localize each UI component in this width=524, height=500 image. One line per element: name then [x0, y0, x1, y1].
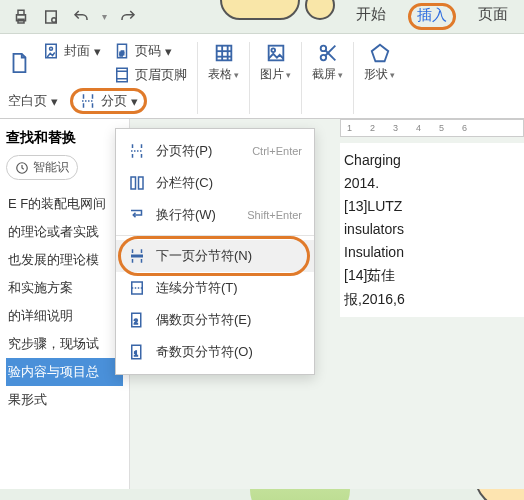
list-item[interactable]: 也发展的理论模: [6, 246, 123, 274]
cover-label: 封面: [64, 42, 90, 60]
scissors-icon: [317, 42, 339, 64]
svg-point-6: [50, 47, 53, 50]
svg-text:#: #: [120, 49, 125, 58]
menu-label: 换行符(W): [156, 206, 216, 224]
page-number-icon: #: [113, 42, 131, 60]
menu-line-break[interactable]: 换行符(W) Shift+Enter: [116, 199, 314, 231]
list-item[interactable]: 和实施方案: [6, 274, 123, 302]
svg-rect-13: [216, 46, 231, 61]
shortcut: Shift+Enter: [247, 209, 302, 221]
blank-page-label-button[interactable]: 空白页▾: [8, 92, 58, 110]
chevron-down-icon[interactable]: ▾: [102, 11, 107, 22]
list-item[interactable]: 果形式: [6, 386, 123, 414]
table-button[interactable]: 表格▾: [208, 42, 239, 83]
svg-point-4: [52, 17, 57, 22]
svg-rect-28: [139, 177, 144, 189]
svg-rect-3: [46, 11, 57, 23]
preview-icon[interactable]: [42, 8, 60, 26]
header-footer-icon: [113, 66, 131, 84]
list-item[interactable]: E F的装配电网间: [6, 190, 123, 218]
next-page-section-icon: [128, 247, 146, 265]
table-label: 表格: [208, 67, 232, 81]
cover-icon: [42, 42, 60, 60]
even-page-icon: 2: [128, 311, 146, 329]
shortcut: Ctrl+Enter: [252, 145, 302, 157]
tab-start[interactable]: 开始: [352, 3, 390, 30]
text-line: 报,2016,6: [344, 288, 520, 311]
svg-point-19: [271, 48, 275, 52]
print-icon[interactable]: [12, 8, 30, 26]
line-break-icon: [128, 206, 146, 224]
redo-icon[interactable]: [119, 8, 137, 26]
list-item[interactable]: 验内容与项目总: [6, 358, 123, 386]
menu-continuous-section[interactable]: 连续分节符(T): [116, 272, 314, 304]
text-line: [14]茹佳: [344, 264, 520, 287]
page-number-button[interactable]: # 页码▾: [113, 42, 187, 60]
svg-text:2: 2: [134, 318, 138, 325]
text-line: Charging: [344, 149, 520, 172]
picture-button[interactable]: 图片▾: [260, 42, 291, 83]
menu-label: 分栏符(C): [156, 174, 213, 192]
ruler: 1 2 3 4 5 6: [340, 119, 524, 137]
shape-button[interactable]: 形状▾: [364, 42, 395, 83]
panel-title: 查找和替换: [6, 129, 123, 147]
text-line: Insulation: [344, 241, 520, 264]
cover-button[interactable]: 封面▾: [42, 42, 101, 60]
picture-icon: [265, 42, 287, 64]
column-break-icon: [128, 174, 146, 192]
page-break-icon: [128, 142, 146, 160]
smart-label: 智能识: [33, 159, 69, 176]
menu-next-page-section[interactable]: 下一页分节符(N): [116, 240, 314, 272]
shape-icon: [369, 42, 391, 64]
picture-label: 图片: [260, 67, 284, 81]
tab-insert[interactable]: 插入: [408, 3, 456, 30]
svg-rect-1: [18, 10, 24, 15]
svg-rect-31: [132, 282, 143, 294]
smart-recognize-button[interactable]: 智能识: [6, 155, 78, 180]
list-item[interactable]: 的详细说明: [6, 302, 123, 330]
header-footer-label: 页眉页脚: [135, 66, 187, 84]
header-footer-button[interactable]: 页眉页脚: [113, 66, 187, 84]
clock-icon: [15, 161, 29, 175]
svg-rect-18: [268, 46, 283, 61]
page-icon: [8, 52, 30, 74]
menu-label: 下一页分节符(N): [156, 247, 252, 265]
menu-odd-page-section[interactable]: 1 奇数页分节符(O): [116, 336, 314, 368]
shape-label: 形状: [364, 67, 388, 81]
svg-text:1: 1: [134, 350, 138, 357]
blank-page-label: 空白页: [8, 92, 47, 110]
list-item[interactable]: 究步骤，现场试: [6, 330, 123, 358]
page-break-icon: [79, 92, 97, 110]
screenshot-button[interactable]: 截屏▾: [312, 42, 343, 83]
text-line: 2014.: [344, 172, 520, 195]
blank-page-button[interactable]: [8, 52, 30, 74]
page-number-label: 页码: [135, 42, 161, 60]
quick-access-toolbar: ▾ 开始 插入 页面: [0, 0, 524, 34]
menu-even-page-section[interactable]: 2 偶数页分节符(E): [116, 304, 314, 336]
table-icon: [213, 42, 235, 64]
menu-label: 奇数页分节符(O): [156, 343, 253, 361]
page-content[interactable]: Charging 2014. [13]LUTZ insulators Insul…: [340, 143, 524, 317]
screenshot-label: 截屏: [312, 67, 336, 81]
menu-page-break[interactable]: 分页符(P) Ctrl+Enter: [116, 135, 314, 167]
ribbon: 封面▾ x # 页码▾ 页眉页脚 空白页▾ 分页▾: [0, 34, 524, 119]
tab-page[interactable]: 页面: [474, 3, 512, 30]
menu-column-break[interactable]: 分栏符(C): [116, 167, 314, 199]
text-line: [13]LUTZ: [344, 195, 520, 218]
page-break-menu: 分页符(P) Ctrl+Enter 分栏符(C) 换行符(W) Shift+En…: [115, 128, 315, 375]
text-line: insulators: [344, 218, 520, 241]
svg-rect-9: [117, 68, 128, 82]
continuous-section-icon: [128, 279, 146, 297]
page-break-label: 分页: [101, 92, 127, 110]
undo-icon[interactable]: [72, 8, 90, 26]
menu-label: 偶数页分节符(E): [156, 311, 251, 329]
find-replace-panel: 查找和替换 智能识 E F的装配电网间 的理论或者实践 也发展的理论模 和实施方…: [0, 119, 130, 489]
odd-page-icon: 1: [128, 343, 146, 361]
svg-marker-24: [371, 45, 388, 62]
page-break-button[interactable]: 分页▾: [70, 88, 147, 114]
list-item[interactable]: 的理论或者实践: [6, 218, 123, 246]
svg-rect-27: [131, 177, 136, 189]
menu-label: 连续分节符(T): [156, 279, 238, 297]
menu-separator: [116, 235, 314, 236]
menu-label: 分页符(P): [156, 142, 212, 160]
